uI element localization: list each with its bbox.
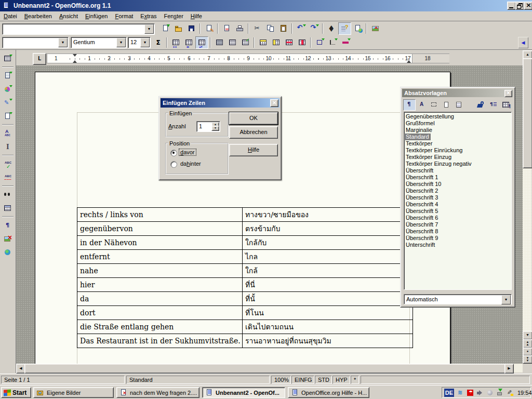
- url-combobox[interactable]: ▼: [2, 23, 155, 35]
- ok-button[interactable]: OK: [229, 112, 278, 125]
- updater-icon[interactable]: [496, 389, 505, 397]
- taskbar-task-button[interactable]: Unbenannt2 - OpenOf...: [202, 387, 285, 398]
- next-page-icon[interactable]: [523, 355, 532, 364]
- antivirus-icon[interactable]: [466, 389, 475, 397]
- stylist-close-icon[interactable]: ×: [504, 90, 512, 97]
- table-cell-german[interactable]: gegenübervon: [77, 222, 243, 236]
- menu-item[interactable]: Format: [111, 12, 137, 20]
- menu-item[interactable]: Einfügen: [82, 12, 111, 20]
- style-list-item[interactable]: Standard: [404, 134, 431, 140]
- status-insert-mode[interactable]: EINFG: [291, 376, 314, 384]
- horizontal-scroll-thumb[interactable]: [24, 364, 506, 374]
- dialog-close-icon[interactable]: ×: [270, 99, 278, 107]
- font-dropdown-icon[interactable]: ▼: [116, 38, 126, 47]
- tablet-icon[interactable]: [506, 389, 515, 397]
- status-hyperlink-mode[interactable]: HYP: [332, 376, 350, 384]
- table-cell-thai[interactable]: ทางขวา/ซายมือของ: [243, 208, 413, 222]
- font-size-combobox[interactable]: 12 ▼: [128, 37, 151, 48]
- menu-item[interactable]: Hilfe: [187, 12, 206, 20]
- style-list-item[interactable]: Überschrift 2: [404, 188, 511, 194]
- url-dropdown-icon[interactable]: ▼: [144, 24, 154, 34]
- scroll-down-icon[interactable]: ▼: [523, 331, 532, 340]
- status-page[interactable]: Seite 1 / 1: [1, 376, 125, 384]
- toolbar-back-arrow-button[interactable]: ◀: [517, 36, 529, 49]
- menu-item[interactable]: Ansicht: [56, 12, 82, 20]
- table-cell-german[interactable]: Das Restaurant ist in der Sukhumvitstraß…: [77, 334, 243, 348]
- table-cell-thai[interactable]: ที่นั้: [243, 292, 413, 306]
- menu-item[interactable]: Fenster: [161, 12, 187, 20]
- table-cell-thai[interactable]: ไกล: [243, 250, 413, 264]
- table-cell-thai[interactable]: ที่โนน: [243, 306, 413, 320]
- style-list-item[interactable]: Gegenüberstellung: [404, 113, 511, 120]
- size-dropdown-icon[interactable]: ▼: [140, 38, 150, 47]
- style-dropdown-icon[interactable]: ▼: [58, 38, 68, 47]
- table-cell-thai[interactable]: ใกล้: [243, 264, 413, 278]
- quickstarter-icon[interactable]: [456, 389, 466, 397]
- status-page-style[interactable]: Standard: [126, 376, 270, 384]
- table-cell-german[interactable]: da: [77, 292, 243, 306]
- help-button[interactable]: Hilfe: [229, 144, 278, 156]
- menu-item[interactable]: Bearbeiten: [21, 12, 56, 20]
- spin-down-icon[interactable]: ▼: [211, 126, 219, 131]
- font-name-combobox[interactable]: Gentium ▼: [71, 37, 127, 48]
- style-list-item[interactable]: Textkörper Einzug: [404, 154, 511, 161]
- status-selection-mode[interactable]: STD: [315, 376, 332, 384]
- scroll-right-icon[interactable]: ▶: [504, 364, 514, 374]
- style-list-item[interactable]: Überschrift 7: [404, 221, 511, 228]
- table-cell-thai[interactable]: ที่นี่: [243, 278, 413, 292]
- style-list-item[interactable]: Überschrift 10: [404, 181, 511, 188]
- table-cell-thai[interactable]: รานอาหานอยู่ที่ถนนสุขุมวิม: [243, 334, 413, 348]
- style-list-item[interactable]: Marginalie: [404, 127, 511, 134]
- previous-page-icon[interactable]: [523, 339, 532, 348]
- style-list-item[interactable]: Grußformel: [404, 120, 511, 127]
- start-button[interactable]: Start: [1, 387, 31, 398]
- minimize-button[interactable]: [507, 2, 516, 10]
- status-zoom[interactable]: 100%: [271, 376, 291, 384]
- style-list-item[interactable]: Überschrift 9: [404, 235, 511, 242]
- radio-after[interactable]: [170, 161, 177, 168]
- menu-item[interactable]: Datei: [0, 12, 21, 20]
- tab-stop-selector[interactable]: L: [33, 53, 46, 65]
- table-cell-german[interactable]: in der Nähevon: [77, 236, 243, 250]
- dialer-icon[interactable]: [486, 389, 495, 397]
- vertical-scrollbar[interactable]: ▲ ▼ ●: [523, 50, 531, 363]
- navigation-icon[interactable]: ●: [523, 348, 532, 356]
- style-list-item[interactable]: Textkörper Einrückung: [404, 147, 511, 154]
- radio-after-label[interactable]: dahinter: [179, 161, 202, 167]
- language-indicator[interactable]: DE: [444, 389, 454, 397]
- radio-before-label[interactable]: davor: [179, 149, 196, 155]
- menu-item[interactable]: Extras: [137, 12, 160, 20]
- close-button[interactable]: [524, 2, 532, 10]
- style-list-item[interactable]: Textkörper Einzug negativ: [404, 161, 511, 167]
- style-list-item[interactable]: Überschrift 4: [404, 201, 511, 208]
- style-list-item[interactable]: Überschrift: [404, 167, 511, 174]
- anzahl-spinbox[interactable]: 1 ▲ ▼: [196, 121, 220, 132]
- style-list-item[interactable]: Überschrift 1: [404, 174, 511, 181]
- table-cell-german[interactable]: entfernt: [77, 250, 243, 264]
- paragraph-style-combobox[interactable]: ▼: [2, 37, 69, 48]
- table-cell-thai[interactable]: ตรงข้ามกับ: [243, 222, 413, 236]
- style-list-item[interactable]: Überschrift 8: [404, 228, 511, 235]
- clock[interactable]: 19:54: [517, 390, 532, 396]
- stylist-title-bar[interactable]: Absatzvorlagen ×: [402, 89, 513, 97]
- restore-button[interactable]: [515, 2, 524, 10]
- horizontal-ruler[interactable]: 1 123456789101112131415161718: [47, 54, 449, 63]
- radio-before[interactable]: [170, 150, 177, 156]
- horizontal-scrollbar[interactable]: ◀ ▶: [16, 364, 523, 373]
- cancel-button[interactable]: Abbrechen: [229, 126, 278, 139]
- style-list-item[interactable]: Überschrift 3: [404, 194, 511, 201]
- table-cell-german[interactable]: rechts / links von: [77, 208, 243, 222]
- table-cell-german[interactable]: hier: [77, 278, 243, 292]
- table-cell-german[interactable]: dort: [77, 306, 243, 320]
- style-filter-combobox[interactable]: Automatisch ▼: [404, 294, 512, 304]
- taskbar-task-button[interactable]: nach dem Weg fragen 2....: [116, 387, 200, 398]
- table-cell-german[interactable]: die Straße entlang gehen: [77, 320, 243, 334]
- filter-dropdown-icon[interactable]: ▼: [501, 295, 511, 304]
- style-list-item[interactable]: Überschrift 5: [404, 208, 511, 215]
- volume-icon[interactable]: [476, 389, 485, 397]
- style-list-item[interactable]: Überschrift 6: [404, 215, 511, 221]
- writer-app-icon[interactable]: [2, 2, 11, 10]
- style-list-item[interactable]: Unterschrift: [404, 242, 511, 248]
- vertical-scroll-thumb[interactable]: [523, 58, 532, 168]
- table-cell-thai[interactable]: เดินไปตามถนน: [243, 320, 413, 334]
